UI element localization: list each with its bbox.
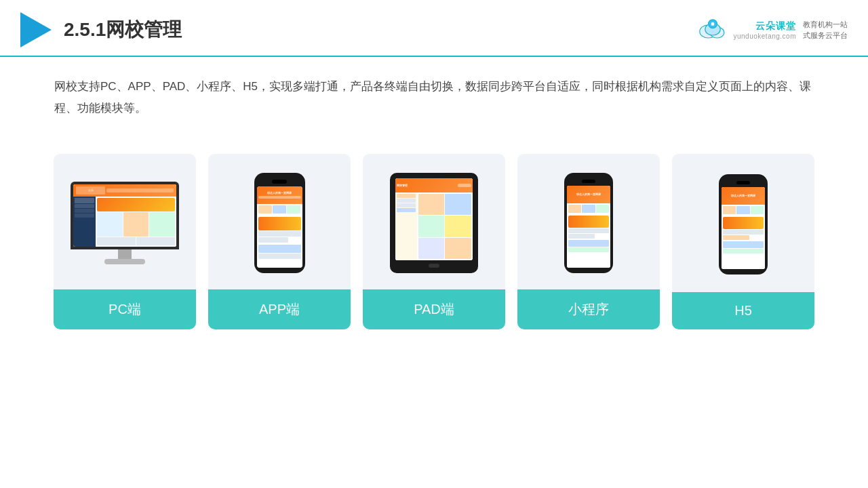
card-pad-label: PAD端 (363, 289, 505, 329)
card-pc-label: PC端 (54, 289, 196, 329)
mini-mockup: 职达人的第一堂网课 (564, 173, 613, 273)
card-app: 职达人的第一堂网课 (208, 154, 351, 329)
page-header: 2.5.1网校管理 云朵课堂 yunduoketang.com 教育机构一站 式… (0, 0, 868, 57)
card-pc: 云朵 (54, 154, 196, 329)
card-h5-label: H5 (672, 292, 814, 329)
brand-icon: 云朵课堂 yunduoketang.com 教育机构一站 式服务云平台 (696, 19, 848, 41)
card-h5-image: 职达人的第一堂网课 (672, 154, 814, 292)
h5-mockup: 职达人的第一堂网课 (719, 174, 768, 274)
card-pad: 网校管理 (363, 154, 505, 329)
pad-mockup: 网校管理 (390, 173, 478, 273)
header-left: 2.5.1网校管理 (20, 12, 182, 47)
card-mini-label: 小程序 (517, 289, 660, 329)
pc-mockup: 云朵 (71, 182, 179, 264)
card-app-image: 职达人的第一堂网课 (208, 154, 351, 289)
card-app-label: APP端 (208, 289, 351, 329)
logo-icon (20, 12, 52, 47)
card-mini-image: 职达人的第一堂网课 (517, 154, 660, 289)
card-h5: 职达人的第一堂网课 (672, 154, 814, 329)
header-right: 云朵课堂 yunduoketang.com 教育机构一站 式服务云平台 (696, 19, 848, 41)
app-mockup: 职达人的第一堂网课 (254, 173, 305, 273)
card-mini: 职达人的第一堂网课 (517, 154, 660, 329)
platform-cards: 云朵 (0, 134, 868, 329)
card-pad-image: 网校管理 (363, 154, 505, 289)
card-pc-image: 云朵 (54, 154, 196, 289)
page-title: 2.5.1网校管理 (64, 17, 182, 43)
brand-tagline: 教育机构一站 式服务云平台 (803, 19, 848, 41)
description-text: 网校支持PC、APP、PAD、小程序、H5，实现多端打通，产品各终端自由切换，数… (0, 57, 868, 127)
brand-name: 云朵课堂 yunduoketang.com (733, 20, 796, 40)
